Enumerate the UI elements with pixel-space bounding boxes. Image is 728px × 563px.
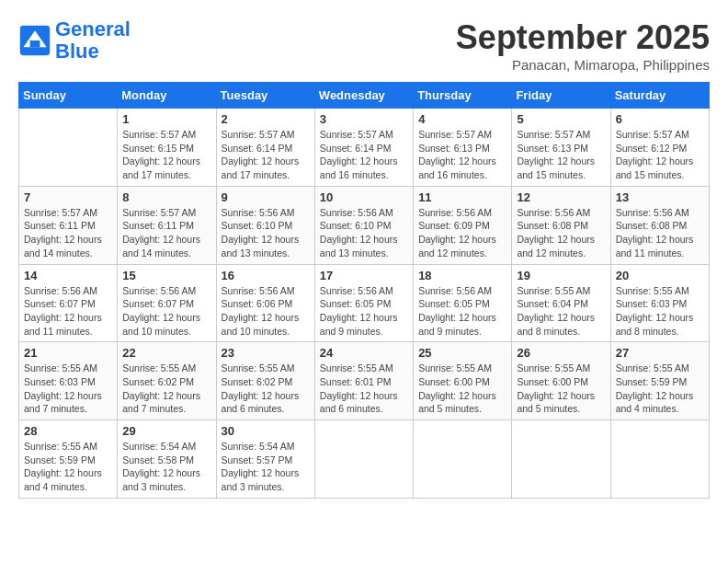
cell-info: Sunrise: 5:56 AMSunset: 6:09 PMDaylight:… <box>418 206 506 260</box>
day-number: 11 <box>418 190 506 204</box>
day-number: 26 <box>517 346 605 360</box>
day-number: 30 <box>222 424 310 438</box>
day-number: 6 <box>616 112 704 126</box>
calendar-cell: 19Sunrise: 5:55 AMSunset: 6:04 PMDayligh… <box>512 264 610 342</box>
cell-info: Sunrise: 5:55 AMSunset: 6:03 PMDaylight:… <box>24 362 112 416</box>
weekday-header-wednesday: Wednesday <box>314 83 413 109</box>
day-number: 29 <box>122 424 210 438</box>
weekday-header-saturday: Saturday <box>610 83 709 109</box>
calendar-cell <box>610 420 709 499</box>
cell-info: Sunrise: 5:55 AMSunset: 6:03 PMDaylight:… <box>616 284 704 339</box>
calendar-cell: 24Sunrise: 5:55 AMSunset: 6:01 PMDayligh… <box>314 342 413 420</box>
weekday-header-sunday: Sunday <box>19 83 118 109</box>
day-number: 21 <box>24 346 112 360</box>
cell-info: Sunrise: 5:57 AMSunset: 6:14 PMDaylight:… <box>222 128 310 182</box>
day-number: 2 <box>222 112 310 126</box>
day-number: 14 <box>24 269 112 282</box>
weekday-header-friday: Friday <box>512 83 610 109</box>
day-number: 3 <box>320 112 408 126</box>
calendar-cell: 6Sunrise: 5:57 AMSunset: 6:12 PMDaylight… <box>610 109 709 187</box>
cell-info: Sunrise: 5:57 AMSunset: 6:11 PMDaylight:… <box>24 206 112 260</box>
calendar-cell: 4Sunrise: 5:57 AMSunset: 6:13 PMDaylight… <box>414 109 512 187</box>
cell-info: Sunrise: 5:57 AMSunset: 6:12 PMDaylight:… <box>616 128 704 182</box>
day-number: 23 <box>222 346 310 360</box>
calendar-cell: 20Sunrise: 5:55 AMSunset: 6:03 PMDayligh… <box>610 264 709 342</box>
calendar-cell: 1Sunrise: 5:57 AMSunset: 6:15 PMDaylight… <box>118 109 216 187</box>
cell-info: Sunrise: 5:57 AMSunset: 6:13 PMDaylight:… <box>418 128 506 182</box>
day-number: 25 <box>418 346 506 360</box>
weekday-header-thursday: Thursday <box>414 83 512 109</box>
calendar-cell: 8Sunrise: 5:57 AMSunset: 6:11 PMDaylight… <box>118 186 216 264</box>
calendar-week-row: 14Sunrise: 5:56 AMSunset: 6:07 PMDayligh… <box>19 264 710 342</box>
calendar-week-row: 28Sunrise: 5:55 AMSunset: 5:59 PMDayligh… <box>19 420 710 499</box>
cell-info: Sunrise: 5:56 AMSunset: 6:05 PMDaylight:… <box>320 284 408 339</box>
calendar-week-row: 21Sunrise: 5:55 AMSunset: 6:03 PMDayligh… <box>19 342 710 420</box>
cell-info: Sunrise: 5:56 AMSunset: 6:05 PMDaylight:… <box>418 284 506 339</box>
cell-info: Sunrise: 5:54 AMSunset: 5:58 PMDaylight:… <box>122 440 210 494</box>
cell-info: Sunrise: 5:56 AMSunset: 6:10 PMDaylight:… <box>320 206 408 260</box>
day-number: 13 <box>616 190 704 204</box>
cell-info: Sunrise: 5:55 AMSunset: 6:00 PMDaylight:… <box>517 362 605 416</box>
calendar-cell: 2Sunrise: 5:57 AMSunset: 6:14 PMDaylight… <box>216 109 314 187</box>
day-number: 15 <box>122 269 210 282</box>
cell-info: Sunrise: 5:57 AMSunset: 6:15 PMDaylight:… <box>122 128 210 182</box>
weekday-header-row: SundayMondayTuesdayWednesdayThursdayFrid… <box>19 83 710 109</box>
calendar-week-row: 1Sunrise: 5:57 AMSunset: 6:15 PMDaylight… <box>19 109 710 187</box>
calendar-cell <box>512 420 610 499</box>
calendar-cell <box>414 420 512 499</box>
calendar-cell: 15Sunrise: 5:56 AMSunset: 6:07 PMDayligh… <box>118 264 216 342</box>
calendar-week-row: 7Sunrise: 5:57 AMSunset: 6:11 PMDaylight… <box>19 186 710 264</box>
calendar-cell: 3Sunrise: 5:57 AMSunset: 6:14 PMDaylight… <box>314 109 413 187</box>
weekday-header-tuesday: Tuesday <box>216 83 314 109</box>
calendar-cell: 11Sunrise: 5:56 AMSunset: 6:09 PMDayligh… <box>414 186 512 264</box>
day-number: 8 <box>122 190 210 204</box>
day-number: 22 <box>122 346 210 360</box>
calendar-cell: 16Sunrise: 5:56 AMSunset: 6:06 PMDayligh… <box>216 264 314 342</box>
day-number: 5 <box>517 112 605 126</box>
day-number: 18 <box>418 269 506 282</box>
cell-info: Sunrise: 5:55 AMSunset: 6:02 PMDaylight:… <box>122 362 210 416</box>
day-number: 16 <box>222 269 310 282</box>
cell-info: Sunrise: 5:56 AMSunset: 6:07 PMDaylight:… <box>24 284 112 339</box>
weekday-header-monday: Monday <box>118 83 216 109</box>
svg-rect-2 <box>30 40 40 47</box>
cell-info: Sunrise: 5:55 AMSunset: 6:01 PMDaylight:… <box>320 362 408 416</box>
day-number: 20 <box>616 269 704 282</box>
calendar-cell: 18Sunrise: 5:56 AMSunset: 6:05 PMDayligh… <box>414 264 512 342</box>
logo: General Blue <box>18 18 131 63</box>
day-number: 19 <box>517 269 605 282</box>
logo-icon <box>18 24 51 57</box>
day-number: 24 <box>320 346 408 360</box>
cell-info: Sunrise: 5:56 AMSunset: 6:08 PMDaylight:… <box>616 206 704 260</box>
cell-info: Sunrise: 5:55 AMSunset: 6:02 PMDaylight:… <box>222 362 310 416</box>
cell-info: Sunrise: 5:55 AMSunset: 6:00 PMDaylight:… <box>418 362 506 416</box>
calendar-cell: 22Sunrise: 5:55 AMSunset: 6:02 PMDayligh… <box>118 342 216 420</box>
cell-info: Sunrise: 5:55 AMSunset: 6:04 PMDaylight:… <box>517 284 605 339</box>
calendar-cell: 14Sunrise: 5:56 AMSunset: 6:07 PMDayligh… <box>19 264 118 342</box>
page-header: General Blue September 2025 Panacan, Mim… <box>18 18 710 73</box>
calendar-cell: 10Sunrise: 5:56 AMSunset: 6:10 PMDayligh… <box>314 186 413 264</box>
calendar-cell: 26Sunrise: 5:55 AMSunset: 6:00 PMDayligh… <box>512 342 610 420</box>
logo-text: General Blue <box>55 18 131 63</box>
calendar-cell: 7Sunrise: 5:57 AMSunset: 6:11 PMDaylight… <box>19 186 118 264</box>
cell-info: Sunrise: 5:57 AMSunset: 6:14 PMDaylight:… <box>320 128 408 182</box>
cell-info: Sunrise: 5:56 AMSunset: 6:08 PMDaylight:… <box>517 206 605 260</box>
calendar-cell: 5Sunrise: 5:57 AMSunset: 6:13 PMDaylight… <box>512 109 610 187</box>
day-number: 10 <box>320 190 408 204</box>
cell-info: Sunrise: 5:56 AMSunset: 6:07 PMDaylight:… <box>122 284 210 339</box>
calendar-cell: 27Sunrise: 5:55 AMSunset: 5:59 PMDayligh… <box>610 342 709 420</box>
cell-info: Sunrise: 5:54 AMSunset: 5:57 PMDaylight:… <box>222 440 310 494</box>
calendar-cell: 12Sunrise: 5:56 AMSunset: 6:08 PMDayligh… <box>512 186 610 264</box>
month-title: September 2025 <box>456 18 710 57</box>
day-number: 7 <box>24 190 112 204</box>
title-block: September 2025 Panacan, Mimaropa, Philip… <box>456 18 710 73</box>
calendar-cell <box>19 109 118 187</box>
day-number: 1 <box>122 112 210 126</box>
calendar-cell: 23Sunrise: 5:55 AMSunset: 6:02 PMDayligh… <box>216 342 314 420</box>
calendar-cell: 9Sunrise: 5:56 AMSunset: 6:10 PMDaylight… <box>216 186 314 264</box>
cell-info: Sunrise: 5:57 AMSunset: 6:11 PMDaylight:… <box>122 206 210 260</box>
calendar-cell: 13Sunrise: 5:56 AMSunset: 6:08 PMDayligh… <box>610 186 709 264</box>
calendar-table: SundayMondayTuesdayWednesdayThursdayFrid… <box>18 82 710 499</box>
cell-info: Sunrise: 5:55 AMSunset: 5:59 PMDaylight:… <box>616 362 704 416</box>
cell-info: Sunrise: 5:57 AMSunset: 6:13 PMDaylight:… <box>517 128 605 182</box>
